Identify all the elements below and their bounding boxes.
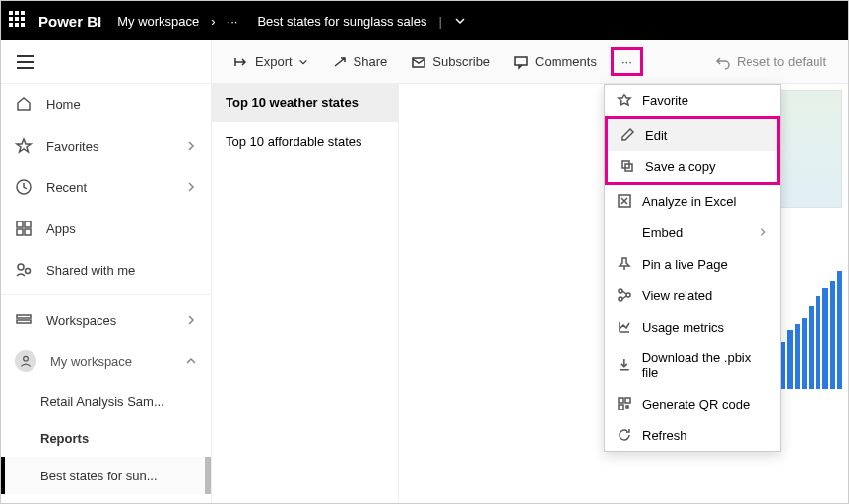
share-icon: [332, 54, 348, 70]
app-header: Power BI My workspace › ··· Best states …: [1, 1, 848, 40]
undo-icon: [715, 54, 731, 70]
more-options-button[interactable]: ···: [611, 47, 643, 76]
copy-icon: [620, 158, 635, 174]
svg-rect-18: [619, 398, 623, 403]
menu-generate-qr[interactable]: Generate QR code: [605, 388, 780, 419]
svg-rect-11: [515, 57, 527, 65]
nav-workspaces-label: Workspaces: [46, 313, 116, 328]
breadcrumb-workspace[interactable]: My workspace: [117, 14, 199, 29]
comment-icon: [513, 54, 529, 70]
nav-shared-label: Shared with me: [46, 263, 135, 278]
workspaces-icon: [15, 311, 33, 329]
svg-rect-19: [625, 398, 630, 403]
menu-pin-live[interactable]: Pin a live Page: [605, 248, 780, 280]
nav-favorites[interactable]: Favorites: [1, 125, 211, 166]
main-area: Export Share Subscribe Comments ··· Rese…: [212, 40, 848, 503]
map-visual[interactable]: [773, 90, 842, 208]
nav-apps-label: Apps: [46, 221, 76, 236]
nav-sub-best-states[interactable]: Best states for sun...: [1, 457, 211, 494]
nav-sub-reports[interactable]: Reports: [1, 419, 211, 457]
chevron-down-icon[interactable]: [454, 15, 466, 27]
svg-rect-1: [17, 221, 23, 227]
page-tab-weather[interactable]: Top 10 weather states: [212, 84, 398, 122]
home-icon: [15, 95, 33, 113]
clock-icon: [15, 178, 33, 196]
chevron-right-icon: [185, 314, 197, 326]
svg-rect-20: [619, 405, 623, 410]
nav-my-workspace-label: My workspace: [50, 354, 132, 369]
nav-my-workspace[interactable]: My workspace: [1, 341, 211, 382]
chevron-down-icon: [298, 57, 308, 67]
svg-point-5: [18, 264, 24, 270]
nav-recent-label: Recent: [46, 180, 87, 195]
more-options-menu: Favorite Edit Save a copy Analyze in Exc…: [604, 84, 781, 452]
title-separator: |: [438, 14, 441, 29]
reset-button[interactable]: Reset to default: [705, 48, 836, 76]
nav-shared[interactable]: Shared with me: [1, 249, 211, 290]
menu-view-related[interactable]: View related: [605, 280, 780, 311]
mail-icon: [411, 54, 426, 70]
export-button[interactable]: Export: [224, 48, 318, 76]
menu-embed[interactable]: Embed: [605, 217, 780, 248]
svg-point-16: [626, 293, 630, 297]
qr-icon: [617, 396, 632, 411]
pencil-icon: [620, 127, 635, 143]
nav-home-label: Home: [46, 97, 81, 112]
svg-rect-8: [17, 320, 31, 323]
subscribe-button[interactable]: Subscribe: [401, 48, 499, 76]
report-title: Best states for sunglass sales: [257, 14, 426, 29]
menu-refresh[interactable]: Refresh: [605, 419, 780, 451]
chevron-up-icon: [185, 355, 197, 367]
chart-icon: [617, 319, 632, 335]
download-icon: [617, 357, 632, 373]
ellipsis-icon: ···: [621, 54, 632, 69]
svg-rect-4: [25, 229, 31, 235]
page-tab-affordable[interactable]: Top 10 affordable states: [212, 122, 398, 160]
hamburger-icon: [17, 55, 34, 69]
bar-chart-visual[interactable]: [773, 271, 842, 389]
chevron-right-icon: [758, 227, 768, 237]
menu-favorite[interactable]: Favorite: [605, 85, 780, 116]
svg-point-9: [24, 356, 29, 361]
nav-sub-retail[interactable]: Retail Analysis Sam...: [1, 382, 211, 419]
nav-toggle[interactable]: [1, 40, 211, 84]
refresh-icon: [617, 427, 632, 443]
report-toolbar: Export Share Subscribe Comments ··· Rese…: [212, 40, 848, 84]
app-launcher-icon[interactable]: [9, 11, 29, 31]
svg-rect-3: [17, 229, 23, 235]
svg-rect-21: [626, 406, 628, 408]
menu-usage-metrics[interactable]: Usage metrics: [605, 311, 780, 343]
workspace-avatar-icon: [15, 350, 36, 372]
nav-recent[interactable]: Recent: [1, 166, 211, 208]
breadcrumb-sep: ›: [211, 14, 215, 29]
breadcrumb-more[interactable]: ···: [228, 14, 238, 29]
menu-download-pbix[interactable]: Download the .pbix file: [605, 343, 780, 388]
share-button[interactable]: Share: [322, 48, 398, 76]
shared-icon: [15, 261, 33, 279]
apps-icon: [15, 220, 33, 237]
nav-apps[interactable]: Apps: [1, 208, 211, 249]
star-icon: [617, 93, 632, 108]
svg-rect-7: [17, 315, 31, 318]
brand-label: Power BI: [38, 13, 101, 30]
export-icon: [233, 54, 249, 70]
menu-analyze-excel[interactable]: Analyze in Excel: [605, 185, 780, 217]
svg-point-15: [619, 289, 622, 293]
pin-icon: [617, 256, 632, 272]
svg-point-17: [619, 297, 622, 301]
nav-favorites-label: Favorites: [46, 139, 98, 154]
excel-icon: [617, 193, 632, 209]
nav-home[interactable]: Home: [1, 84, 211, 125]
star-icon: [15, 137, 33, 155]
menu-edit[interactable]: Edit: [608, 119, 777, 151]
report-title-container: Best states for sunglass sales |: [257, 14, 465, 29]
left-nav: Home Favorites Recent Apps Shared with m…: [1, 40, 212, 503]
related-icon: [617, 287, 632, 303]
page-tabs: Top 10 weather states Top 10 affordable …: [212, 84, 399, 503]
menu-save-copy[interactable]: Save a copy: [608, 151, 777, 182]
svg-point-6: [26, 269, 31, 274]
nav-workspaces[interactable]: Workspaces: [1, 299, 211, 341]
comments-button[interactable]: Comments: [503, 48, 607, 76]
chevron-right-icon: [185, 140, 197, 152]
chevron-right-icon: [185, 181, 197, 193]
